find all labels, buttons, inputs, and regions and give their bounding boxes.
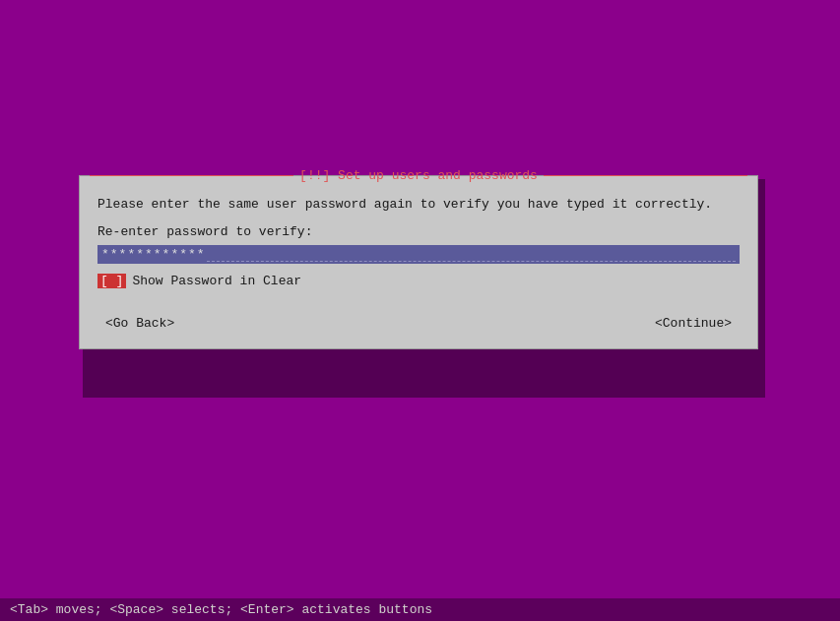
dialog-body: Please enter the same user password agai…: [80, 191, 757, 310]
checkbox-label: Show Password in Clear: [132, 274, 301, 288]
go-back-button[interactable]: <Go Back>: [97, 314, 182, 333]
dialog-title: [!!] Set up users and passwords: [293, 168, 544, 183]
password-field-row[interactable]: ************: [97, 245, 740, 264]
status-bar: <Tab> moves; <Space> selects; <Enter> ac…: [0, 598, 840, 621]
show-password-checkbox-row[interactable]: [ ] Show Password in Clear: [97, 274, 740, 288]
status-bar-text: <Tab> moves; <Space> selects; <Enter> ac…: [10, 602, 432, 617]
checkbox-indicator[interactable]: [ ]: [97, 274, 126, 288]
title-line-left: [90, 175, 293, 176]
password-underline: [207, 247, 736, 262]
dialog-title-bar: [!!] Set up users and passwords: [80, 168, 757, 183]
dialog-box: [!!] Set up users and passwords Please e…: [79, 175, 758, 349]
continue-button[interactable]: <Continue>: [647, 314, 740, 333]
screen: [!!] Set up users and passwords Please e…: [0, 0, 840, 621]
dialog-description: Please enter the same user password agai…: [97, 195, 740, 215]
password-stars: ************: [101, 247, 206, 262]
title-line-right: [544, 175, 747, 176]
password-label: Re-enter password to verify:: [97, 224, 740, 239]
buttons-row: <Go Back> <Continue>: [80, 314, 757, 333]
